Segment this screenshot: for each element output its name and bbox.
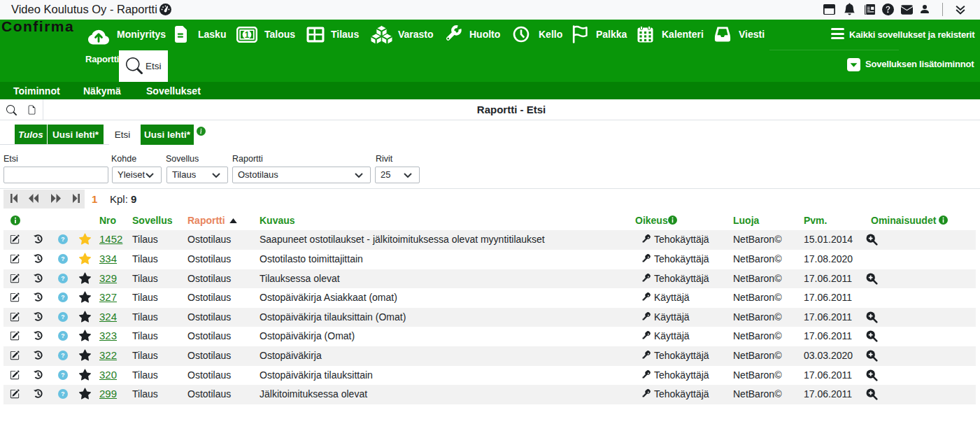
svg-text:?: ? [61, 275, 64, 282]
svg-text:?: ? [61, 390, 64, 397]
svg-text:?: ? [61, 352, 64, 359]
svg-text:?: ? [61, 255, 64, 262]
svg-text:?: ? [61, 313, 64, 320]
svg-text:?: ? [61, 236, 64, 243]
svg-text:?: ? [61, 294, 64, 301]
svg-text:?: ? [61, 372, 64, 379]
svg-text:?: ? [61, 333, 64, 340]
svg-text:1: 1 [245, 30, 250, 40]
